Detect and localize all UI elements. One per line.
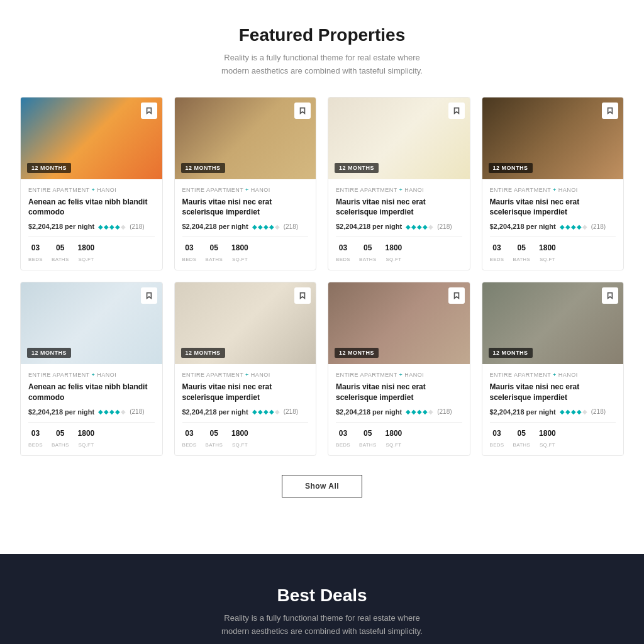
card-meta: ENTIRE APARTMENT + HANOI [28, 187, 155, 193]
baths-value: 05 [513, 243, 531, 252]
star-filled: ◆ [258, 408, 263, 415]
card-meta-dot: + [245, 187, 249, 193]
star-empty: ◆ [121, 408, 126, 415]
stat-sqft: 1800 SQ.FT [539, 429, 556, 449]
best-deals-subtitle: Reality is a fully functional theme for … [221, 612, 423, 638]
stat-sqft: 1800 SQ.FT [386, 243, 402, 264]
stat-beds: 03 BEDS [28, 429, 43, 449]
card-stars: ◆◆◆◆◆ [560, 408, 587, 415]
star-filled: ◆ [115, 223, 120, 230]
card-body: ENTIRE APARTMENT + HANOI Mauris vitae ni… [328, 364, 470, 455]
star-filled: ◆ [98, 223, 103, 230]
card-meta: ENTIRE APARTMENT + HANOI [490, 187, 616, 193]
beds-label: BEDS [336, 257, 350, 262]
card-meta-dot: + [245, 372, 249, 378]
star-filled: ◆ [560, 408, 565, 415]
property-card: 12 MONTHS ENTIRE APARTMENT + HANOI Mauri… [328, 282, 470, 456]
star-filled: ◆ [577, 223, 582, 230]
card-price: $2,204,218 per night [490, 408, 556, 416]
property-card: 12 MONTHS ENTIRE APARTMENT + HANOI Aenea… [20, 97, 163, 271]
beds-value: 03 [336, 429, 350, 438]
card-price-row: $2,204,218 per night ◆◆◆◆◆ (218) [490, 408, 616, 416]
save-button[interactable] [294, 287, 311, 304]
sqft-value: 1800 [539, 243, 556, 252]
show-all-button[interactable]: Show All [282, 475, 362, 497]
card-price-row: $2,204,218 per night ◆◆◆◆◆ (218) [336, 223, 462, 230]
star-filled: ◆ [252, 223, 257, 230]
star-empty: ◆ [428, 223, 433, 230]
card-meta: ENTIRE APARTMENT + HANOI [182, 372, 309, 378]
card-badge: 12 MONTHS [27, 163, 71, 173]
card-stars: ◆◆◆◆◆ [98, 223, 126, 230]
save-button[interactable] [602, 287, 618, 304]
card-title: Mauris vitae nisi nec erat scelerisque i… [336, 197, 462, 218]
star-filled: ◆ [264, 408, 269, 415]
card-title: Mauris vitae nisi nec erat scelerisque i… [490, 197, 616, 218]
save-button[interactable] [141, 287, 157, 304]
card-badge: 12 MONTHS [335, 348, 379, 358]
card-price-row: $2,204,218 per night ◆◆◆◆◆ (218) [28, 223, 155, 230]
card-badge: 12 MONTHS [489, 163, 533, 173]
bookmark-icon [453, 107, 460, 114]
star-empty: ◆ [582, 223, 587, 230]
stat-beds: 03 BEDS [490, 429, 504, 449]
card-stars: ◆◆◆◆◆ [406, 223, 433, 230]
card-stats: 03 BEDS 05 BATHS 1800 SQ.FT [182, 429, 309, 449]
baths-label: BATHS [513, 442, 531, 448]
sqft-label: SQ.FT [78, 257, 94, 262]
baths-value: 05 [513, 429, 531, 438]
save-button[interactable] [602, 103, 618, 119]
save-button[interactable] [448, 287, 465, 304]
card-badge: 12 MONTHS [335, 163, 379, 173]
beds-label: BEDS [182, 257, 197, 262]
card-stats: 03 BEDS 05 BATHS 1800 SQ.FT [336, 243, 462, 264]
stat-beds: 03 BEDS [182, 243, 197, 264]
card-price-row: $2,204,218 per night ◆◆◆◆◆ (218) [182, 408, 309, 416]
featured-grid: 12 MONTHS ENTIRE APARTMENT + HANOI Aenea… [20, 97, 624, 456]
sqft-label: SQ.FT [540, 442, 555, 448]
sqft-value: 1800 [539, 429, 556, 438]
star-filled: ◆ [560, 223, 565, 230]
card-stars: ◆◆◆◆◆ [252, 408, 280, 415]
featured-section: Featured Properties Reality is a fully f… [0, 0, 644, 554]
stat-baths: 05 BATHS [52, 243, 69, 264]
card-stars: ◆◆◆◆◆ [252, 223, 280, 230]
property-card: 12 MONTHS ENTIRE APARTMENT + HANOI Mauri… [328, 97, 470, 271]
stat-sqft: 1800 SQ.FT [78, 243, 95, 264]
card-reviews: (218) [591, 408, 606, 415]
card-reviews: (218) [130, 408, 144, 415]
card-title: Mauris vitae nisi nec erat scelerisque i… [336, 382, 462, 403]
card-meta: ENTIRE APARTMENT + HANOI [28, 372, 155, 378]
sqft-label: SQ.FT [386, 257, 401, 262]
beds-value: 03 [490, 429, 504, 438]
card-divider [28, 236, 155, 237]
card-divider [490, 236, 616, 237]
star-filled: ◆ [571, 408, 576, 415]
baths-label: BATHS [206, 442, 223, 448]
save-button[interactable] [448, 103, 465, 119]
star-filled: ◆ [417, 408, 422, 415]
beds-label: BEDS [336, 442, 350, 448]
property-card: 12 MONTHS ENTIRE APARTMENT + HANOI Aenea… [20, 282, 163, 456]
card-stats: 03 BEDS 05 BATHS 1800 SQ.FT [490, 429, 616, 449]
star-filled: ◆ [98, 408, 103, 415]
beds-label: BEDS [182, 442, 197, 448]
bookmark-icon [299, 292, 306, 299]
star-filled: ◆ [577, 408, 582, 415]
card-image: 12 MONTHS [175, 97, 316, 179]
sqft-value: 1800 [78, 429, 95, 438]
card-reviews: (218) [284, 408, 298, 415]
star-filled: ◆ [423, 408, 428, 415]
star-filled: ◆ [571, 223, 576, 230]
sqft-label: SQ.FT [232, 442, 248, 448]
save-button[interactable] [141, 103, 157, 119]
card-title: Mauris vitae nisi nec erat scelerisque i… [490, 382, 616, 403]
stat-baths: 05 BATHS [513, 429, 531, 449]
star-filled: ◆ [565, 223, 570, 230]
card-badge: 12 MONTHS [27, 348, 71, 358]
beds-value: 03 [336, 243, 350, 252]
baths-label: BATHS [52, 257, 69, 262]
sqft-value: 1800 [78, 243, 95, 252]
save-button[interactable] [294, 103, 311, 119]
card-stars: ◆◆◆◆◆ [406, 408, 433, 415]
